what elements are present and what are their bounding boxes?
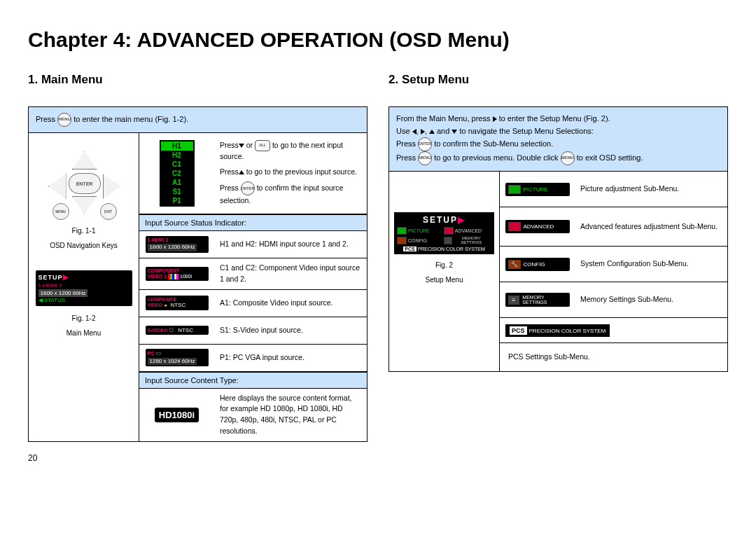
section-heading-setup: 2. Setup Menu xyxy=(388,73,728,87)
nav-menu-icon: MENU xyxy=(52,203,69,220)
ind-p-res: 1280 x 1024 60Hz xyxy=(148,358,197,366)
right-arrow-icon xyxy=(421,129,425,134)
setup-intro1-pre: From the Main Menu, press xyxy=(396,114,493,123)
pcs-long: PRECISION COLOR SYSTEM xyxy=(418,247,485,251)
nav-left-icon xyxy=(48,174,66,199)
fig-1-1-label: Fig. 1-1 xyxy=(33,227,134,235)
ind-c-tag: 1080i xyxy=(180,274,192,279)
main-intro-post: to enter the main menu (Fig. 1-2). xyxy=(74,115,188,123)
picture-icon xyxy=(397,227,407,235)
setup-intro3-pre: Press xyxy=(396,139,416,148)
setup-intro: From the Main Menu, press to enter the S… xyxy=(389,107,727,172)
section-heading-main: 1. Main Menu xyxy=(28,73,368,87)
desc-hdmi: H1 and H2: HDMI input source 1 and 2. xyxy=(214,235,367,254)
instr2-pre: Press xyxy=(220,167,239,176)
main-menu-section: 1. Main Menu Press MENU to enter the mai… xyxy=(28,73,368,442)
content-type-desc: Here displays the source content format,… xyxy=(214,389,367,441)
advanced-icon xyxy=(508,222,521,231)
right-arrow-icon: ▶ xyxy=(458,215,465,225)
config-icon: 🔧 xyxy=(508,260,521,269)
source-h2: H2 xyxy=(161,151,193,160)
ind-h-res: 1600 x 1200 60Hz xyxy=(148,244,197,251)
main-menu-panel: Press MENU to enter the main menu (Fig. … xyxy=(28,106,368,442)
source-c1: C1 xyxy=(161,160,193,169)
ind-p-top: PC xyxy=(148,351,155,356)
picture-submenu-badge: PICTURE xyxy=(505,183,570,196)
pcs-long-badge: PRECISION COLOR SYSTEM xyxy=(529,328,606,334)
config-desc: System Configuration Sub-Menu. xyxy=(575,254,727,274)
fig-1-1-caption: OSD Navigation Keys xyxy=(33,242,134,249)
setup-intro2-post: to navigate the Setup Menu Selections: xyxy=(459,127,593,135)
up-arrow-icon xyxy=(239,170,244,174)
svideo-plug-icon: ⊙ xyxy=(169,326,174,333)
osd-status-label: STATUS xyxy=(44,297,65,303)
setup-item-memory: MEMORY SETTINGS xyxy=(454,236,489,244)
indicator-hdmi: 1-HDMI 1 1600 x 1200 60Hz xyxy=(146,236,209,252)
memory-label: MEMORY SETTINGS xyxy=(522,295,566,305)
advanced-submenu-badge: ADVANCED xyxy=(505,220,570,233)
up-arrow-icon xyxy=(429,130,435,134)
ind-s-tag: NTSC xyxy=(176,328,195,334)
vga-plug-icon: ▭ xyxy=(155,349,162,357)
pcs-desc: PCS Settings Sub-Menu. xyxy=(500,347,727,367)
instr2-post: to go to the previous input source. xyxy=(246,167,357,176)
memory-desc: Memory Settings Sub-Menu. xyxy=(575,290,727,310)
setup-intro4-pre: Press xyxy=(396,153,416,162)
source-c2: C2 xyxy=(161,169,193,178)
status-indicator-header: Input Source Status Indicator: xyxy=(139,214,367,231)
desc-svideo: S1: S-Video input source. xyxy=(214,321,367,340)
nav-right-icon xyxy=(103,174,121,199)
nav-exit-icon: EXIT xyxy=(100,203,117,220)
indicator-svideo: S-VIDEO ⊙ NTSC xyxy=(146,326,209,335)
fig-1-2-label: Fig. 1-2 xyxy=(33,314,134,322)
indicator-composite: COMPOSITE VIDEO ● NTSC xyxy=(146,296,209,310)
osd-resolution: 1600 x 1200 60Hz xyxy=(38,289,88,297)
setup-item-config: CONFIG xyxy=(408,238,427,243)
page-number: 20 xyxy=(28,453,728,463)
config-submenu-badge: 🔧CONFIG xyxy=(505,258,570,271)
config-icon xyxy=(397,237,407,244)
osd-main-menu-preview: SETUP▶ 1-HDMI 1 1600 x 1200 60Hz ◀ STATU… xyxy=(36,270,132,306)
content-type-header: Input Source Content Type: xyxy=(139,372,367,389)
desc-pc: P1: PC VGA input source. xyxy=(214,348,367,368)
nav-up-icon xyxy=(72,151,97,169)
right-arrow-icon: ▶ xyxy=(63,273,69,281)
source-a1: A1 xyxy=(161,178,193,187)
picture-icon xyxy=(508,185,521,194)
desc-component: C1 and C2: Component Video input source … xyxy=(214,258,367,289)
setup-intro2-pre: Use xyxy=(396,127,412,135)
ind-c-mid: VIDEO 1 xyxy=(148,274,167,279)
instr1-mid: or xyxy=(246,141,255,149)
main-intro-pre: Press xyxy=(36,115,55,123)
memory-submenu-badge: ≡MEMORY SETTINGS xyxy=(505,293,570,307)
setup-osd-preview: SETUP▶ PICTURE ADVANCED CONFIG MEMORY SE… xyxy=(394,212,494,254)
ind-c-top: COMPONENT xyxy=(148,268,180,273)
setup-intro2-mid: and xyxy=(437,127,451,135)
instr1-pre: Press xyxy=(220,141,239,149)
main-left-figures: ENTER MENU EXIT Fig. 1-1 OSD Navigation … xyxy=(29,133,139,441)
main-intro: Press MENU to enter the main menu (Fig. … xyxy=(29,107,367,133)
advanced-desc: Advanced features adjustment Sub-Menu. xyxy=(575,217,727,237)
instr3-pre: Press xyxy=(220,184,239,192)
pcs-short: PCS xyxy=(403,247,416,251)
setup-intro1-post: to enter the Setup Menu (Fig. 2). xyxy=(499,114,610,123)
picture-label: PICTURE xyxy=(524,186,548,193)
left-arrow-icon xyxy=(412,129,416,134)
menu-key-icon: MENU xyxy=(561,151,575,165)
setup-intro4-mid: to go to previous menu. Double click xyxy=(434,153,560,162)
memory-icon xyxy=(444,237,452,244)
menu-key-icon: MENU xyxy=(418,151,432,165)
osd-hdmi-label: 1-HDMI 1 xyxy=(38,282,130,289)
config-label: CONFIG xyxy=(524,261,545,268)
indicator-component: COMPONENT VIDEO 1 1080i xyxy=(146,267,209,281)
color-bars-icon xyxy=(168,274,178,279)
enter-key-icon: ENTER xyxy=(418,137,432,151)
advanced-icon xyxy=(444,227,454,235)
composite-dot-icon: ● xyxy=(164,303,167,307)
chapter-title: Chapter 4: ADVANCED OPERATION (OSD Menu) xyxy=(28,28,728,52)
right-arrow-icon xyxy=(493,116,497,122)
pcs-submenu-badge: PCSPRECISION COLOR SYSTEM xyxy=(505,324,610,337)
source-p1: P1 xyxy=(161,196,193,205)
nav-enter-icon: ENTER xyxy=(69,173,101,194)
ind-h-top: 1-HDMI 1 xyxy=(148,237,206,243)
